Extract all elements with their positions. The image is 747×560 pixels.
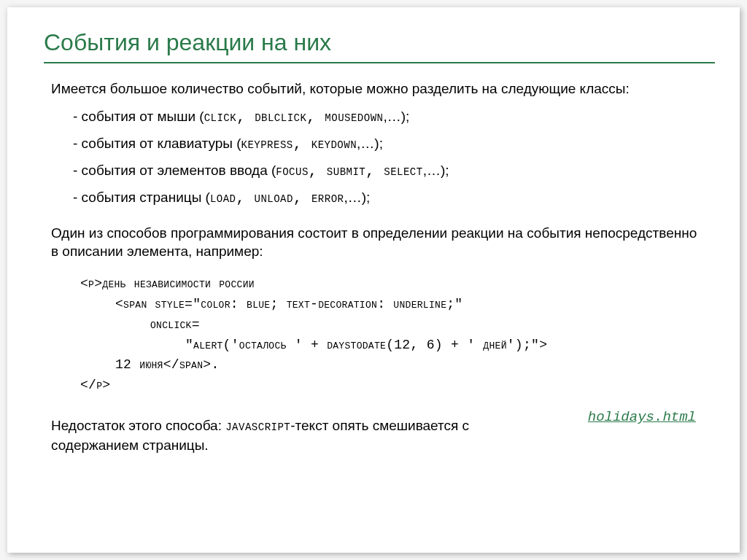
event-keyboard-list: keypress, keydown [241,136,357,152]
event-keyboard: - события от клавиатуры (keypress, keydo… [73,134,703,154]
event-keyboard-prefix: - события от клавиатуры ( [73,136,241,151]
holidays-link[interactable]: holidays.html [588,409,696,425]
event-mouse-list: click, dblclick, mousedown [204,109,384,125]
code-line-1: <p>День независимости России [80,274,703,295]
event-keyboard-suffix: ,…); [357,136,383,151]
event-mouse: - события от мыши (click, dblclick, mous… [73,107,703,127]
code-line-3: onclick= [150,315,703,335]
event-page-list: load, unload, error [210,190,344,206]
drawback-paragraph: Недостаток этого способа: javascript-тек… [51,416,503,455]
intro-paragraph: Имеется большое количество событий, кото… [51,79,703,98]
code-line-4: "alert('Осталось ' + daysToDate(12, 6) +… [185,335,703,356]
drawback-p1: Недостаток этого способа: [51,418,225,433]
event-categories: - события от мыши (click, dblclick, mous… [73,107,703,208]
code-line-5: 12 июня</span>. [115,355,703,376]
event-mouse-prefix: - события от мыши ( [73,109,204,124]
title-rule [44,62,715,63]
code-line-2: <span style="color: blue; text-decoratio… [115,295,703,315]
slide-title: События и реакции на них [44,29,703,56]
method-paragraph: Один из способов программирования состои… [51,224,703,261]
event-page-suffix: ,…); [344,190,370,205]
code-line-6: </p> [80,376,703,396]
event-input-suffix: ,…); [423,163,449,178]
event-input-list: focus, submit, select [276,163,422,179]
event-mouse-suffix: ,…); [383,109,409,124]
event-page: - события страницы (load, unload, error,… [73,188,703,208]
event-input-prefix: - события от элементов ввода ( [73,163,276,178]
slide-container: События и реакции на них Имеется большое… [7,7,740,553]
event-input: - события от элементов ввода (focus, sub… [73,161,703,181]
footer-row: Недостаток этого способа: javascript-тек… [51,416,703,455]
drawback-mono: javascript [225,418,290,435]
event-page-prefix: - события страницы ( [73,190,210,205]
code-example: <p>День независимости России <span style… [80,274,703,396]
